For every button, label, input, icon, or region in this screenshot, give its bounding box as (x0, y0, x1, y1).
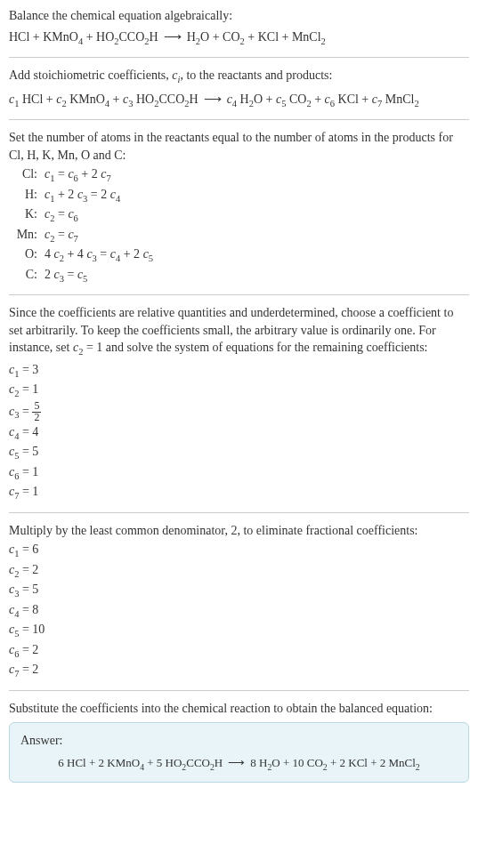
divider (9, 512, 469, 513)
divider (9, 57, 469, 58)
fraction-den: 2 (32, 413, 41, 423)
step2-equation: c1 HCl + c2 KMnO4 + c3 HO2CCO2H⟶c4 H2O +… (9, 91, 469, 110)
intro-section: Balance the chemical equation algebraica… (9, 7, 469, 48)
atom-label: K: (12, 205, 41, 225)
answer-equation: 6 HCl + 2 KMnO4 + 5 HO2CCO2H⟶8 H2O + 10 … (20, 755, 458, 773)
step2-text-b: , to the reactants and products: (180, 68, 332, 82)
atom-label: C: (12, 266, 41, 285)
atom-label: H: (12, 186, 41, 205)
atom-eq: c1 = c6 + 2 c7 (45, 165, 469, 185)
atom-eq: 4 c2 + 4 c3 = c4 + 2 c5 (45, 245, 469, 265)
coeff-item: c4 = 4 (9, 423, 469, 443)
coeff-list-1: c1 = 3 c2 = 1 c3 = 52 c4 = 4 c5 = 5 c6 =… (9, 361, 469, 503)
step6-section: Substitute the coefficients into the che… (9, 700, 469, 783)
atom-eq: c1 + 2 c3 = 2 c4 (45, 186, 469, 205)
intro-equation: HCl + KMnO4 + HO2CCO2H⟶H2O + CO2 + KCl +… (9, 28, 469, 48)
step3-text: Set the number of atoms in the reactants… (9, 129, 469, 164)
step2-text-a: Add stoichiometric coefficients, (9, 68, 172, 82)
atom-eq: c2 = c7 (45, 226, 469, 245)
step4-text-b: and solve the system of equations for th… (102, 341, 427, 354)
coeff-item: c3 = 5 (9, 581, 469, 600)
coeff-item: c1 = 6 (9, 541, 469, 560)
step3-section: Set the number of atoms in the reactants… (9, 129, 469, 285)
fraction: 52 (32, 401, 41, 423)
coeff-list-2: c1 = 6 c2 = 2 c3 = 5 c4 = 8 c5 = 10 c6 =… (9, 541, 469, 680)
divider (9, 690, 469, 691)
step4-text: Since the coefficients are relative quan… (9, 304, 469, 359)
atom-label: Cl: (12, 165, 41, 185)
atom-label: O: (12, 245, 41, 265)
answer-box: Answer: 6 HCl + 2 KMnO4 + 5 HO2CCO2H⟶8 H… (9, 722, 469, 783)
coeff-item: c4 = 8 (9, 601, 469, 621)
divider (9, 119, 469, 120)
atom-eq: 2 c3 = c5 (45, 266, 469, 285)
coeff-item: c6 = 1 (9, 463, 469, 483)
intro-text: Balance the chemical equation algebraica… (9, 7, 469, 25)
coeff-item: c2 = 2 (9, 561, 469, 581)
c2-eq: c2 = 1 (73, 341, 102, 354)
step5-text: Multiply by the least common denominator… (9, 522, 469, 540)
divider (9, 294, 469, 295)
answer-label: Answer: (20, 732, 458, 750)
coeff-item: c5 = 5 (9, 443, 469, 462)
coeff-item: c6 = 2 (9, 641, 469, 661)
atom-eq: c2 = c6 (45, 205, 469, 225)
coeff-item: c5 = 10 (9, 621, 469, 640)
atom-equations-grid: Cl: c1 = c6 + 2 c7 H: c1 + 2 c3 = 2 c4 K… (12, 165, 469, 285)
step2-section: Add stoichiometric coefficients, ci, to … (9, 67, 469, 110)
atom-label: Mn: (12, 226, 41, 245)
coeff-item: c7 = 2 (9, 661, 469, 680)
step5-section: Multiply by the least common denominator… (9, 522, 469, 681)
coeff-item: c7 = 1 (9, 483, 469, 502)
coeff-item: c1 = 3 (9, 361, 469, 381)
step4-section: Since the coefficients are relative quan… (9, 304, 469, 502)
coeff-item: c3 = 52 (9, 401, 469, 423)
coeff-item: c2 = 1 (9, 381, 469, 400)
step6-text: Substitute the coefficients into the che… (9, 700, 469, 718)
step2-text: Add stoichiometric coefficients, ci, to … (9, 67, 469, 86)
